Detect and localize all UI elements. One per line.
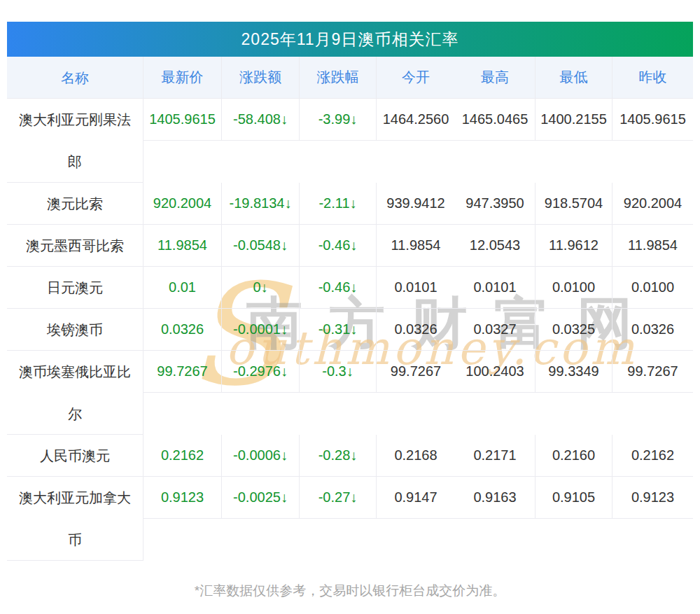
prev-close-price: 11.9854 [612,225,693,267]
header-latest-price: 最新价 [144,57,222,99]
header-change-amount: 涨跌额 [222,57,300,99]
change-percent: -0.28↓ [300,435,377,477]
latest-price: 920.2004 [144,183,222,225]
high-price: 0.9163 [455,477,536,519]
table-row-aud-cdf: 澳大利亚元刚果法郎 1405.9615 -58.408↓ -3.99↓ 1464… [7,99,693,183]
change-percent: -2.11↓ [300,183,377,225]
high-price: 12.0543 [455,225,536,267]
high-price: 0.2171 [455,435,536,477]
high-price: 947.3950 [455,183,536,225]
low-price: 0.9105 [536,477,612,519]
high-price: 100.2403 [455,351,536,393]
change-percent: -3.99↓ [300,99,377,141]
change-percent: -0.27↓ [300,477,377,519]
table-row-aud-peso: 澳元比索 920.2004 -19.8134↓ -2.11↓ 939.9412 … [7,183,693,225]
latest-price: 0.9123 [144,477,222,519]
pair-name: 埃镑澳币 [7,309,144,351]
pair-name: 澳币埃塞俄比亚比尔 [7,351,144,435]
header-open: 今开 [377,57,455,99]
latest-price: 99.7267 [144,351,222,393]
prev-close-price: 0.0326 [612,309,693,351]
high-price: 0.0327 [455,309,536,351]
latest-price: 0.01 [144,267,222,309]
change-percent: -0.46↓ [300,225,377,267]
open-price: 0.9147 [377,477,455,519]
header-name: 名称 [7,57,144,99]
disclaimer-text: *汇率数据仅供参考，交易时以银行柜台成交价为准。 [0,582,700,600]
prev-close-price: 0.9123 [612,477,693,519]
header-prev-close: 昨收 [612,57,693,99]
header-change-percent: 涨跌幅 [300,57,377,99]
pair-name: 澳大利亚元加拿大币 [7,477,144,561]
latest-price: 0.2162 [144,435,222,477]
table-row-aud-mxn: 澳元墨西哥比索 11.9854 -0.0548↓ -0.46↓ 11.9854 … [7,225,693,267]
table-row-aud-cad: 澳大利亚元加拿大币 0.9123 -0.0025↓ -0.27↓ 0.9147 … [7,477,693,561]
page-title: 2025年11月9日澳币相关汇率 [7,22,693,57]
exchange-rate-table: 名称 最新价 涨跌额 涨跌幅 今开 最高 最低 昨收 澳大利亚元刚果法郎 140… [7,57,693,561]
low-price: 0.0325 [536,309,612,351]
change-amount: 0↓ [222,267,300,309]
table-header-row: 名称 最新价 涨跌额 涨跌幅 今开 最高 最低 昨收 [7,57,693,99]
pair-name: 人民币澳元 [7,435,144,477]
open-price: 99.7267 [377,351,455,393]
open-price: 0.2168 [377,435,455,477]
header-high: 最高 [455,57,536,99]
prev-close-price: 0.0100 [612,267,693,309]
pair-name: 澳大利亚元刚果法郎 [7,99,144,183]
low-price: 11.9612 [536,225,612,267]
exchange-rate-page: S 南方财富网 outhmoney.com 2025年11月9日澳币相关汇率 名… [0,22,700,614]
latest-price: 0.0326 [144,309,222,351]
open-price: 0.0326 [377,309,455,351]
table-row-jpy-aud: 日元澳元 0.01 0↓ -0.46↓ 0.0101 0.0101 0.0100… [7,267,693,309]
prev-close-price: 1405.9615 [612,99,693,141]
latest-price: 1405.9615 [144,99,222,141]
prev-close-price: 99.7267 [612,351,693,393]
latest-price: 11.9854 [144,225,222,267]
prev-close-price: 0.2162 [612,435,693,477]
pair-name: 澳元墨西哥比索 [7,225,144,267]
table-row-egp-aud: 埃镑澳币 0.0326 -0.0001↓ -0.31↓ 0.0326 0.032… [7,309,693,351]
low-price: 0.0100 [536,267,612,309]
low-price: 99.3349 [536,351,612,393]
change-percent: -0.46↓ [300,267,377,309]
high-price: 0.0101 [455,267,536,309]
pair-name: 日元澳元 [7,267,144,309]
table-row-aud-etb: 澳币埃塞俄比亚比尔 99.7267 -0.2976↓ -0.3↓ 99.7267… [7,351,693,435]
open-price: 11.9854 [377,225,455,267]
change-percent: -0.3↓ [300,351,377,393]
open-price: 0.0101 [377,267,455,309]
change-amount: -0.0548↓ [222,225,300,267]
low-price: 918.5704 [536,183,612,225]
table-row-cny-aud: 人民币澳元 0.2162 -0.0006↓ -0.28↓ 0.2168 0.21… [7,435,693,477]
low-price: 1400.2155 [536,99,612,141]
change-amount: -0.0001↓ [222,309,300,351]
change-amount: -58.408↓ [222,99,300,141]
pair-name: 澳元比索 [7,183,144,225]
open-price: 939.9412 [377,183,455,225]
header-low: 最低 [536,57,612,99]
change-amount: -0.0006↓ [222,435,300,477]
change-amount: -0.0025↓ [222,477,300,519]
open-price: 1464.2560 [377,99,455,141]
high-price: 1465.0465 [455,99,536,141]
change-amount: -19.8134↓ [222,183,300,225]
low-price: 0.2160 [536,435,612,477]
change-amount: -0.2976↓ [222,351,300,393]
prev-close-price: 920.2004 [612,183,693,225]
change-percent: -0.31↓ [300,309,377,351]
